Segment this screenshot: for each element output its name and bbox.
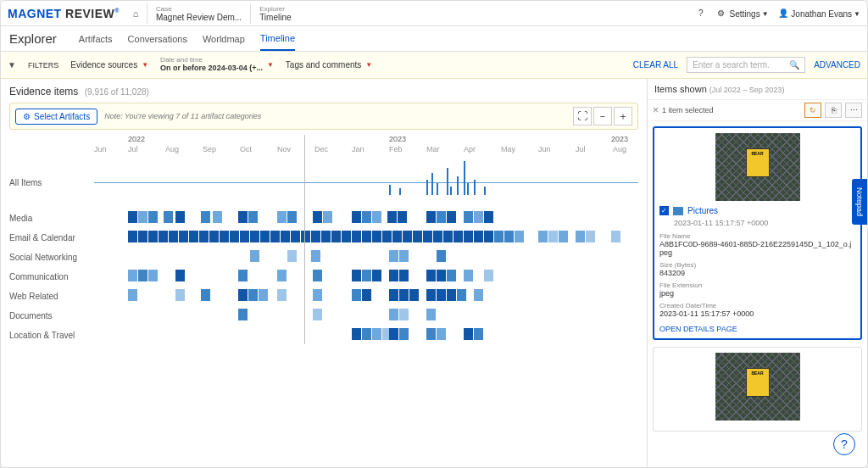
item-card[interactable]: BEAR ✓ Pictures 2023-01-11 15:17:57 +000… [653, 126, 862, 340]
artifacts-bar: ⚙Select Artifacts Note: You're viewing 7… [9, 103, 638, 130]
copy-icon[interactable]: ⎘ [825, 103, 842, 118]
evidence-header: Evidence items (9,916 of 11,028) [9, 86, 638, 98]
timeline-row[interactable]: Media [9, 209, 638, 227]
zoom-in-icon[interactable]: ＋ [614, 107, 632, 125]
items-toolbar: × 1 item selected ↻ ⎘ ⋯ [648, 100, 867, 121]
help-icon[interactable]: ? [695, 8, 707, 20]
settings-dropdown[interactable]: ⚙ Settings▼ [715, 8, 769, 20]
nav-title: Explorer [9, 31, 57, 46]
item-size: 843209 [659, 269, 855, 277]
filter-icon: ▼ [8, 60, 16, 70]
expand-icon[interactable]: ⛶ [573, 107, 592, 125]
items-panel: Items shown (Jul 2022 – Sep 2023) × 1 it… [647, 79, 867, 467]
timeline-row[interactable]: Location & Travel [9, 326, 638, 344]
timeline-row[interactable]: Social Networking [9, 248, 638, 266]
timeline-row[interactable]: All Items [9, 157, 638, 208]
topbar: MAGNET REVIEW® ⌂ Case Magnet Review Dem.… [1, 1, 867, 26]
timeline-axis: 202220232023JunJulAugSepOctNovDecJanFebM… [94, 135, 638, 155]
gear-icon: ⚙ [23, 112, 31, 121]
timeline-cursor[interactable] [304, 135, 305, 344]
select-artifacts-button[interactable]: ⚙Select Artifacts [15, 109, 97, 125]
evidence-panel: Evidence items (9,916 of 11,028) ⚙Select… [1, 79, 647, 467]
breadcrumb-explorer[interactable]: Explorer Timeline [250, 3, 299, 24]
filterbar: ▼ FILTERS Evidence sources▼ Date and tim… [1, 52, 867, 79]
nav-timeline[interactable]: Timeline [260, 27, 295, 51]
artifacts-note: Note: You're viewing 7 of 11 artifact ca… [104, 112, 261, 120]
refresh-icon[interactable]: ↻ [804, 103, 821, 118]
nav-artifacts[interactable]: Artifacts [79, 28, 113, 50]
filter-evidence-sources[interactable]: Evidence sources▼ [70, 60, 148, 70]
timeline-row[interactable]: Documents [9, 306, 638, 325]
more-icon[interactable]: ⋯ [845, 103, 862, 118]
item-thumbnail: BEAR [715, 353, 800, 421]
item-timestamp: 2023-01-11 15:17:57 +0000 [674, 219, 855, 227]
items-list[interactable]: BEAR ✓ Pictures 2023-01-11 15:17:57 +000… [648, 121, 867, 467]
item-checkbox[interactable]: ✓ [659, 206, 669, 215]
help-bubble-icon[interactable]: ? [833, 433, 855, 455]
navbar: Explorer Artifacts Conversations Worldma… [1, 26, 867, 52]
user-dropdown[interactable]: 👤 Jonathan Evans▼ [777, 8, 860, 20]
timeline-row[interactable]: Email & Calendar [9, 228, 638, 247]
gear-icon: ⚙ [715, 8, 727, 20]
nav-worldmap[interactable]: Worldmap [203, 28, 245, 50]
item-type: Pictures [687, 206, 718, 215]
breadcrumb-case[interactable]: Case Magnet Review Dem... [147, 3, 250, 24]
filter-tags-comments[interactable]: Tags and comments▼ [286, 60, 372, 70]
search-input[interactable]: Enter a search term.🔍 [687, 57, 805, 73]
timeline-row[interactable]: Communication [9, 267, 638, 286]
items-selected-count: 1 item selected [662, 106, 801, 114]
clear-all-button[interactable]: CLEAR ALL [633, 60, 678, 70]
advanced-button[interactable]: ADVANCED [814, 60, 860, 70]
zoom-out-icon[interactable]: － [593, 107, 612, 125]
item-created: 2023-01-11 15:17:57 +0000 [659, 309, 855, 318]
open-details-link[interactable]: OPEN DETAILS PAGE [659, 325, 855, 333]
nav-conversations[interactable]: Conversations [128, 28, 187, 50]
home-icon[interactable]: ⌂ [128, 6, 143, 21]
app-logo: MAGNET REVIEW® [8, 7, 120, 20]
item-filename: A8B1FC0D-9689-4601-885D-216E2259145D_1_1… [659, 240, 855, 257]
item-extension: jpeg [659, 289, 855, 298]
timeline-row[interactable]: Web Related [9, 287, 638, 305]
item-card[interactable]: BEAR [653, 347, 862, 432]
filters-label: FILTERS [28, 61, 58, 70]
filter-date-time[interactable]: Date and timeOn or before 2024-03-04 (+.… [160, 57, 274, 73]
user-icon: 👤 [777, 8, 789, 20]
items-header: Items shown (Jul 2022 – Sep 2023) [648, 79, 867, 100]
close-icon[interactable]: × [653, 104, 659, 116]
picture-icon [673, 207, 683, 215]
item-thumbnail: BEAR [715, 133, 800, 201]
search-icon: 🔍 [789, 60, 799, 70]
notepad-tab[interactable]: Notepad [852, 179, 867, 225]
